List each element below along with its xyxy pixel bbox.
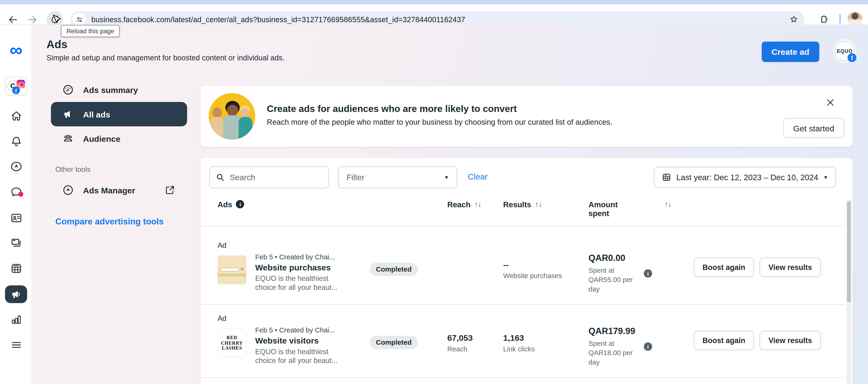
ad-cell[interactable]: RED CHERRY LASHES Feb 5 • Created by Cha… <box>218 326 370 367</box>
unread-dot <box>18 192 23 197</box>
audience-banner: Create ads for audiences who are more li… <box>200 86 852 147</box>
promotions-nav[interactable] <box>0 160 32 173</box>
scrollbar-thumb[interactable] <box>847 201 851 302</box>
hamburger-icon <box>10 339 23 351</box>
bookmark-button[interactable] <box>789 14 799 24</box>
row-type-label: Ad <box>200 241 845 249</box>
table-scrollbar[interactable] <box>846 200 851 384</box>
notifications-nav[interactable] <box>0 135 32 148</box>
info-icon: i <box>236 200 244 208</box>
date-range-label: Last year: Dec 12, 2023 – Dec 10, 2024 <box>676 173 818 182</box>
main-content: Create ads for audiences who are more li… <box>200 86 852 384</box>
planner-icon <box>10 262 23 275</box>
results-cell: 1,163 Link clicks <box>503 326 589 367</box>
reach-cell <box>447 253 503 294</box>
info-icon[interactable]: i <box>644 269 652 277</box>
table-toolbar: Filter ▼ Clear Last year: Dec 12, 2023 –… <box>209 166 843 188</box>
get-started-button[interactable]: Get started <box>783 118 844 138</box>
column-ads[interactable]: Ads i <box>218 200 370 209</box>
url-text: business.facebook.com/latest/ad_center/a… <box>91 15 465 24</box>
ad-cell[interactable]: Feb 5 • Created by Chai... Website purch… <box>218 253 370 294</box>
forward-icon <box>27 14 37 25</box>
star-icon <box>789 14 799 24</box>
nav-label: Ads Manager <box>83 185 135 195</box>
business-account-switcher[interactable]: C f <box>5 77 27 95</box>
nav-audience[interactable]: Audience <box>51 126 187 151</box>
tune-icon <box>75 15 83 24</box>
tab-strip <box>0 0 868 4</box>
clear-filters-link[interactable]: Clear <box>468 172 488 181</box>
megaphone-icon <box>10 288 22 300</box>
search-field[interactable] <box>209 166 329 188</box>
contacts-nav[interactable] <box>0 212 32 225</box>
date-range-picker[interactable]: Last year: Dec 12, 2023 – Dec 10, 2024 ▼ <box>654 167 836 188</box>
filter-dropdown[interactable]: Filter ▼ <box>338 166 457 188</box>
info-icon[interactable]: i <box>644 342 652 351</box>
nav-label: All ads <box>83 110 110 119</box>
ad-description: EQUO is the healthiest choice for all yo… <box>255 348 338 365</box>
column-reach[interactable]: Reach ↑↓ <box>447 200 503 209</box>
account-avatar[interactable]: EQUO f <box>834 40 855 62</box>
table-row: Ad Feb 5 • Created by Chai... Website pu… <box>200 241 845 305</box>
home-nav[interactable] <box>0 110 32 122</box>
content-nav[interactable] <box>0 237 32 249</box>
table-header: Ads i Reach ↑↓ Results ↑↓ <box>200 200 845 226</box>
meta-logo[interactable]: ∞ <box>0 42 32 57</box>
insights-nav[interactable] <box>0 313 32 326</box>
sort-icon: ↑↓ <box>474 201 481 208</box>
nav-label: Ads summary <box>83 85 138 95</box>
amount-cell: QAR179.99 Spent at QAR18.00 per day <box>589 326 644 367</box>
boost-again-button[interactable]: Boost again <box>694 258 754 277</box>
column-amount-spent[interactable]: Amount spent ↑↓ <box>589 200 672 218</box>
chevron-down-icon: ▼ <box>823 175 828 180</box>
nav-all-ads[interactable]: All ads <box>51 102 187 126</box>
browser-profile-avatar[interactable] <box>847 11 863 27</box>
puzzle-icon <box>818 14 829 25</box>
mouse-cursor <box>53 14 61 25</box>
external-link-icon <box>164 184 176 196</box>
reload-tooltip: Reload this page <box>61 25 120 37</box>
audience-icon <box>62 132 74 145</box>
ads-nav-active[interactable] <box>5 286 27 303</box>
page-subtitle: Simple ad setup and management for boost… <box>46 54 284 62</box>
boost-again-button[interactable]: Boost again <box>694 331 754 350</box>
ad-thumbnail: RED CHERRY LASHES <box>218 328 246 357</box>
ads-manager-icon <box>62 184 74 196</box>
ad-title: Website purchases <box>255 263 338 272</box>
messages-nav[interactable] <box>0 185 32 198</box>
nav-ads-summary[interactable]: Ads summary <box>51 78 187 102</box>
left-rail: ∞ C f <box>0 25 32 384</box>
all-tools-nav[interactable] <box>0 339 32 351</box>
amount-cell: QAR0.00 Spent at QAR55.00 per day <box>589 253 644 294</box>
reach-cell: 67,053 Reach <box>447 326 503 367</box>
nav-label: Audience <box>83 134 120 143</box>
page-title: Ads <box>46 38 67 51</box>
facebook-badge-icon: f <box>847 53 856 62</box>
banner-subtitle: Reach more of the people who matter to y… <box>267 118 612 126</box>
ads-page: Ads Simple ad setup and management for b… <box>32 25 868 384</box>
filter-label: Filter <box>346 173 364 182</box>
site-settings-button[interactable] <box>72 13 86 26</box>
nav-section-label: Other tools <box>55 165 187 174</box>
ad-meta: Feb 5 • Created by Chai... <box>255 326 338 334</box>
row-type-label: Ad <box>200 314 845 322</box>
banner-illustration <box>209 93 255 140</box>
facebook-badge-icon: f <box>12 87 20 94</box>
close-icon <box>825 97 836 108</box>
results-cell: -- Website purchases <box>503 253 589 294</box>
planner-nav[interactable] <box>0 262 32 275</box>
column-results[interactable]: Results ↑↓ <box>503 200 589 209</box>
ads-table-card: Filter ▼ Clear Last year: Dec 12, 2023 –… <box>200 158 852 384</box>
view-results-button[interactable]: View results <box>760 258 821 277</box>
banner-close-button[interactable] <box>825 97 836 108</box>
search-input[interactable] <box>230 173 313 182</box>
ad-thumbnail <box>218 256 246 284</box>
side-nav: Ads summary All ads Audience Other tools… <box>51 78 187 227</box>
nav-ads-manager[interactable]: Ads Manager <box>51 178 187 202</box>
back-icon <box>7 14 18 25</box>
view-results-button[interactable]: View results <box>760 331 821 350</box>
create-ad-button[interactable]: Create ad <box>762 42 819 62</box>
home-icon <box>10 110 23 122</box>
megaphone-icon <box>62 108 74 120</box>
compare-tools-link[interactable]: Compare advertising tools <box>55 217 187 227</box>
